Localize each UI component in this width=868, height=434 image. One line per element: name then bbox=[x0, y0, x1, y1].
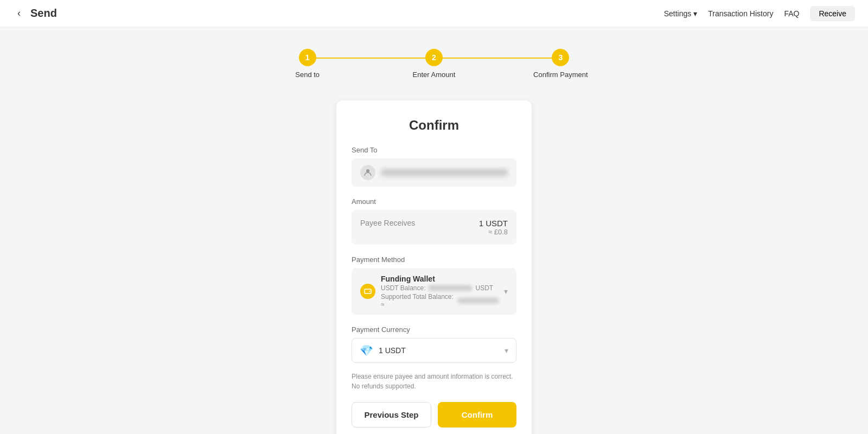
step-line-1 bbox=[316, 58, 425, 59]
supported-balance-prefix: Supported Total Balance: ≈ bbox=[381, 293, 455, 308]
confirm-card: Confirm Send To Amount Payee Receives 1 … bbox=[336, 100, 532, 434]
recipient-avatar bbox=[360, 165, 375, 180]
confirm-button[interactable]: Confirm bbox=[438, 402, 516, 427]
wallet-icon bbox=[360, 284, 375, 299]
step-2-label: Enter Amount bbox=[413, 71, 456, 79]
payee-receives-label: Payee Receives bbox=[360, 219, 415, 227]
amount-value: 1 USDT ≈ £0.8 bbox=[479, 219, 508, 236]
stepper: 1 Send to 2 Enter Amount 3 Confirm Payme… bbox=[244, 49, 624, 79]
svg-point-0 bbox=[366, 169, 369, 173]
amount-box: Payee Receives 1 USDT ≈ £0.8 bbox=[352, 210, 516, 245]
amount-section-label: Amount bbox=[352, 197, 516, 206]
payment-method-box: Funding Wallet USDT Balance: USDT Suppor… bbox=[352, 268, 516, 315]
step-1-circle: 1 bbox=[299, 49, 316, 66]
disclaimer-text: Please ensure payee and amount informati… bbox=[352, 372, 516, 391]
main-content: 1 Send to 2 Enter Amount 3 Confirm Payme… bbox=[0, 27, 868, 434]
transaction-history-link[interactable]: Transaction History bbox=[708, 9, 773, 18]
step-3-label: Confirm Payment bbox=[533, 71, 588, 79]
amount-usdt: 1 USDT bbox=[479, 219, 508, 228]
svg-point-2 bbox=[369, 291, 370, 292]
step-3: 3 Confirm Payment bbox=[497, 49, 624, 79]
step-2: 2 Enter Amount bbox=[371, 49, 497, 79]
settings-link[interactable]: Settings ▾ bbox=[664, 9, 698, 18]
previous-step-button[interactable]: Previous Step bbox=[352, 402, 431, 427]
chevron-down-icon: ▾ bbox=[693, 9, 697, 18]
send-to-box bbox=[352, 158, 516, 187]
faq-link[interactable]: FAQ bbox=[784, 9, 799, 18]
payment-method-chevron: ▾ bbox=[504, 287, 508, 296]
currency-value: 1 USDT bbox=[379, 346, 499, 355]
recipient-address bbox=[381, 169, 508, 176]
supported-balance-row: Supported Total Balance: ≈ bbox=[381, 293, 499, 308]
currency-chevron: ▾ bbox=[505, 346, 508, 355]
step-3-circle: 3 bbox=[552, 49, 569, 66]
usdt-balance-row: USDT Balance: USDT bbox=[381, 284, 499, 292]
wallet-info: Funding Wallet USDT Balance: USDT Suppor… bbox=[381, 275, 499, 308]
page-title: Send bbox=[30, 7, 57, 20]
svg-rect-1 bbox=[365, 289, 371, 293]
supported-balance-value bbox=[458, 298, 499, 303]
usdt-balance-prefix: USDT Balance: bbox=[381, 284, 425, 292]
confirm-title: Confirm bbox=[352, 118, 516, 133]
wallet-name: Funding Wallet bbox=[381, 275, 499, 283]
currency-select[interactable]: 💎 1 USDT ▾ bbox=[352, 338, 516, 363]
step-1-label: Send to bbox=[295, 71, 320, 79]
payment-method-label: Payment Method bbox=[352, 256, 516, 264]
app-header: ‹ Send Settings ▾ Transaction History FA… bbox=[0, 0, 868, 27]
usdt-balance-suffix: USDT bbox=[475, 284, 493, 292]
back-button[interactable]: ‹ bbox=[13, 5, 25, 21]
step-2-circle: 2 bbox=[425, 49, 443, 66]
header-nav: Settings ▾ Transaction History FAQ Recei… bbox=[664, 6, 855, 21]
receive-button[interactable]: Receive bbox=[810, 6, 855, 21]
header-left: ‹ Send bbox=[13, 5, 57, 21]
step-1: 1 Send to bbox=[244, 49, 371, 79]
usdt-balance-value bbox=[429, 285, 472, 291]
send-to-label: Send To bbox=[352, 146, 516, 154]
footer-buttons: Previous Step Confirm bbox=[352, 402, 516, 427]
amount-fiat: ≈ £0.8 bbox=[479, 228, 508, 236]
payment-currency-label: Payment Currency bbox=[352, 326, 516, 334]
gem-icon: 💎 bbox=[360, 344, 373, 357]
step-line-2 bbox=[443, 58, 552, 59]
